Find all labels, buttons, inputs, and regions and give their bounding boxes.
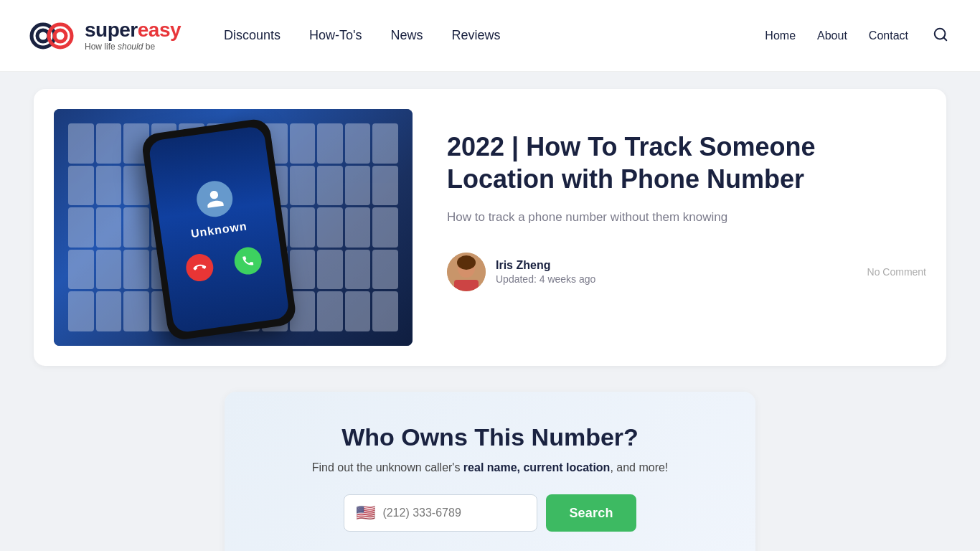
phone-accept-icon [241,253,255,268]
accept-button [232,245,263,276]
main-nav: Discounts How-To's News Reviews [224,28,765,43]
svg-point-2 [49,24,72,47]
search-icon [933,27,948,42]
nav-discounts[interactable]: Discounts [224,28,281,43]
right-nav: Home About Contact [765,24,951,47]
phone-number-input[interactable] [382,507,525,519]
number-lookup-widget: Who Owns This Number? Find out the unkno… [225,392,755,551]
author-updated: Updated: 4 weeks ago [496,273,595,285]
phone-decline-icon [192,260,207,275]
widget-bold-text: real name, current location [463,461,611,474]
search-button[interactable]: Search [546,494,636,532]
svg-point-3 [55,30,66,42]
decline-button [184,253,215,283]
author-info: Iris Zheng Updated: 4 weeks ago [447,253,595,291]
article-image: Unknown [54,109,413,346]
article-text: 2022 | How To Track Someone Location wit… [447,109,926,291]
article-card: Unknown [34,89,946,366]
page-content: Unknown [17,72,963,551]
author-details: Iris Zheng Updated: 4 weeks ago [496,259,595,285]
widget-description: Find out the unknown caller's real name,… [253,461,727,474]
phone-input-wrapper: 🇺🇸 [344,494,537,532]
nav-home[interactable]: Home [765,29,796,42]
no-comment-label: No Comment [867,266,926,278]
widget-title: Who Owns This Number? [253,423,727,451]
nav-reviews[interactable]: Reviews [452,28,501,43]
logo-tagline: How life should be [85,42,181,52]
author-name: Iris Zheng [496,259,595,272]
phone-avatar-icon [194,179,235,219]
nav-about[interactable]: About [817,29,847,42]
logo-icon [29,14,79,57]
nav-howtos[interactable]: How-To's [309,28,362,43]
site-header: super easy How life should be Discounts … [0,0,980,72]
article-title: 2022 | How To Track Someone Location wit… [447,131,926,195]
logo-text: super easy How life should be [85,19,181,52]
svg-point-9 [457,255,476,270]
article-image-mock: Unknown [54,109,413,346]
author-avatar [447,253,486,291]
logo-link[interactable]: super easy How life should be [29,14,181,57]
logo-super: super [85,19,138,42]
logo-easy: easy [138,19,181,42]
widget-input-row: 🇺🇸 Search [253,494,727,532]
article-subtitle: How to track a phone number without them… [447,208,926,227]
phone-call-buttons [184,245,263,283]
author-row: Iris Zheng Updated: 4 weeks ago No Comme… [447,253,926,291]
nav-contact[interactable]: Contact [869,29,908,42]
phone-unknown-label: Unknown [190,220,248,240]
us-flag-icon: 🇺🇸 [356,504,375,522]
widget-section: Who Owns This Number? Find out the unkno… [34,380,946,551]
svg-line-5 [943,37,946,40]
nav-news[interactable]: News [391,28,423,43]
person-icon [203,187,226,210]
header-search-button[interactable] [930,24,951,47]
svg-rect-10 [454,280,479,291]
author-avatar-image [447,253,486,291]
phone-screen: Unknown [148,126,290,334]
